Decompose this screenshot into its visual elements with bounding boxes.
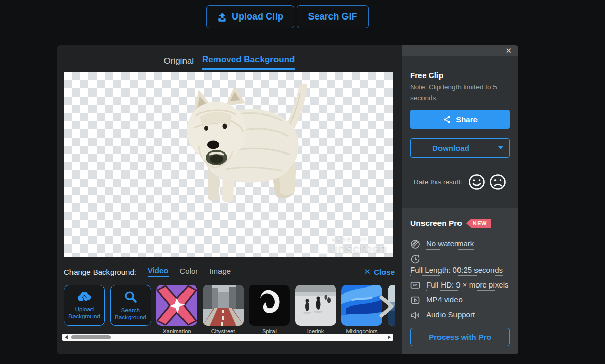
- sidebar: ✕ Free Clip Note: Clip length limited to…: [402, 45, 518, 354]
- page: Upload Clip Search GIF Original Removed …: [0, 0, 605, 364]
- upload-clip-label: Upload Clip: [232, 11, 283, 22]
- unscreen-watermark: MADE WITH unscreen: [318, 237, 387, 256]
- download-button[interactable]: Download: [411, 139, 491, 157]
- thumbnail-scrollbar[interactable]: [62, 334, 393, 341]
- tab-original[interactable]: Original: [163, 56, 194, 70]
- next-thumbnails-arrow[interactable]: [377, 294, 395, 319]
- close-label: Close: [374, 267, 395, 276]
- rate-result-row: Rate this result:: [402, 174, 518, 190]
- chevron-down-icon: [498, 146, 503, 149]
- rate-happy-icon[interactable]: [468, 174, 485, 190]
- share-label: Share: [456, 115, 478, 124]
- audio-support-icon: [410, 310, 420, 320]
- thumbnail-spiral[interactable]: [249, 285, 290, 326]
- download-label: Download: [432, 144, 469, 152]
- header: Upload Clip Search GIF: [57, 5, 518, 29]
- feature-label[interactable]: MP4 video: [426, 295, 463, 305]
- search-background-button[interactable]: Search Background: [110, 285, 151, 326]
- thumbnail-icerink[interactable]: [295, 285, 336, 326]
- search-gif-label: Search GIF: [308, 11, 357, 22]
- svg-text:HD: HD: [413, 284, 418, 287]
- bg-tab-video[interactable]: Video: [148, 266, 169, 277]
- upload-clip-button[interactable]: Upload Clip: [206, 5, 294, 28]
- background-thumbnails: Upload Background Search Background: [64, 285, 395, 336]
- feature-label[interactable]: No watermark: [426, 239, 474, 250]
- new-badge: NEW: [466, 219, 491, 228]
- rate-label: Rate this result:: [414, 178, 462, 186]
- tab-removed-background[interactable]: Removed Background: [202, 54, 295, 70]
- bg-tab-image[interactable]: Image: [209, 266, 231, 277]
- process-with-pro-button[interactable]: Process with Pro: [410, 328, 510, 346]
- search-background-label: Search Background: [111, 306, 151, 321]
- share-button[interactable]: Share: [410, 110, 510, 129]
- free-clip-title: Free Clip: [410, 71, 443, 80]
- thumbnail-citystreet[interactable]: [203, 285, 244, 326]
- search-gif-button[interactable]: Search GIF: [297, 5, 369, 28]
- feature-label[interactable]: Audio Support: [426, 310, 475, 320]
- scrollbar-thumb[interactable]: [71, 335, 111, 339]
- editor-panel: Original Removed Background: [57, 45, 402, 354]
- feature-full-hd: HD Full HD: 9 × more pixels: [410, 280, 510, 291]
- cloud-upload-icon: [77, 291, 92, 302]
- thumbnail-xanimation[interactable]: [156, 285, 197, 326]
- close-x-icon: ✕: [364, 267, 371, 276]
- feature-no-watermark: No watermark: [410, 239, 510, 250]
- search-icon: [124, 290, 137, 303]
- mp4-video-icon: [410, 295, 420, 305]
- download-options-button[interactable]: [491, 139, 509, 157]
- feature-full-length: Full Length: 00:25 seconds: [410, 254, 510, 276]
- share-icon: [443, 115, 451, 124]
- bg-tab-color[interactable]: Color: [180, 266, 198, 277]
- scrollbar-right-arrow[interactable]: [388, 335, 391, 339]
- rate-sad-icon[interactable]: [489, 174, 506, 190]
- upload-icon: [217, 12, 227, 22]
- feature-mp4: MP4 video: [410, 295, 510, 305]
- pro-title: Unscreen Pro: [410, 219, 462, 228]
- full-length-icon: [410, 254, 510, 264]
- upload-background-label: Upload Background: [64, 305, 104, 320]
- sidebar-topbar: ✕: [402, 45, 518, 56]
- watermark-brand: unscreen: [331, 242, 387, 256]
- thumbnail-mixingcolors[interactable]: [341, 285, 382, 326]
- free-clip-note: Note: Clip length limited to 5 seconds.: [410, 82, 511, 104]
- full-hd-icon: HD: [410, 280, 420, 291]
- no-watermark-icon: [410, 239, 420, 250]
- close-background-panel-button[interactable]: ✕ Close: [364, 267, 395, 276]
- sidebar-close-icon[interactable]: ✕: [505, 47, 512, 54]
- pro-title-row: Unscreen Pro NEW: [410, 219, 510, 228]
- feature-label[interactable]: Full Length: 00:25 seconds: [410, 265, 503, 276]
- download-split-button: Download: [410, 138, 510, 158]
- dog-preview-image: [169, 80, 318, 205]
- preview-canvas: MADE WITH unscreen: [64, 72, 393, 257]
- feature-audio: Audio Support: [410, 310, 510, 320]
- change-background-bar: Change Background: Video Color Image ✕ C…: [64, 266, 395, 277]
- change-background-label: Change Background:: [64, 267, 136, 276]
- feature-label[interactable]: Full HD: 9 × more pixels: [426, 280, 508, 291]
- watermark-play-icon: [318, 244, 328, 254]
- scrollbar-left-arrow[interactable]: [65, 335, 68, 339]
- process-with-pro-label: Process with Pro: [429, 333, 491, 341]
- watermark-made-with: MADE WITH: [318, 237, 387, 242]
- view-tabs: Original Removed Background: [57, 54, 402, 70]
- upload-background-button[interactable]: Upload Background: [64, 285, 105, 326]
